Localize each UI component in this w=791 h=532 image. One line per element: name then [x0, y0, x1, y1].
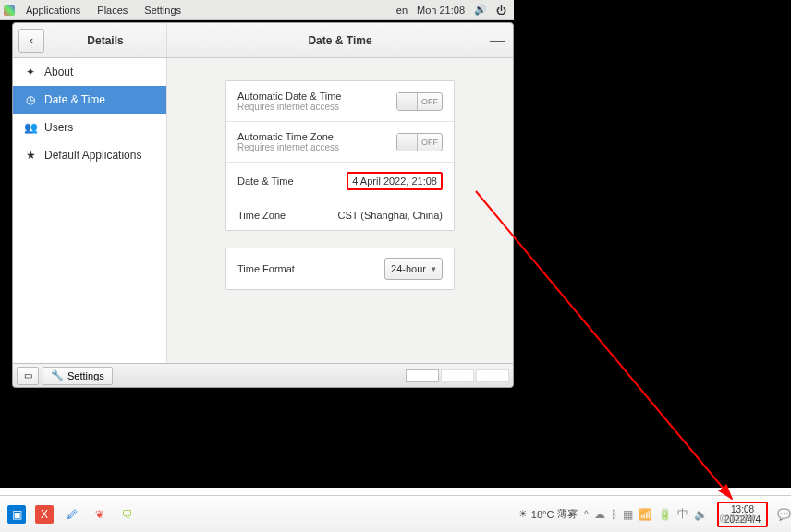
battery-icon[interactable]: 🔋 — [658, 508, 672, 521]
sidebar-item-default-apps[interactable]: ★ Default Applications — [13, 141, 166, 169]
chevron-up-icon[interactable]: ^ — [583, 508, 589, 521]
auto-time-zone-switch[interactable]: OFF — [396, 133, 443, 151]
distro-logo-icon — [4, 5, 15, 16]
row-label: Date & Time — [237, 175, 347, 187]
sidebar-item-label: About — [44, 66, 73, 79]
menu-applications[interactable]: Applications — [18, 2, 88, 18]
workspace-indicator[interactable] — [441, 369, 474, 382]
host-taskbar: ▣ X 🖉 ❦ 🗨 ☀ 18°C 薄雾 ^ ☁ ᛒ ▦ 📶 🔋 中 🔈 @lhg… — [0, 495, 791, 532]
sidebar-item-users[interactable]: 👥 Users — [13, 114, 166, 141]
left-pane-title: Details — [44, 34, 166, 47]
switch-knob — [397, 134, 418, 151]
window-titlebar: ‹ Details Date & Time — — [13, 23, 513, 58]
date-time-panel: Automatic Date & Time Requires internet … — [167, 58, 513, 363]
sidebar-item-date-time[interactable]: ◷ Date & Time — [13, 86, 166, 114]
watermark-text: @lhg19 — [719, 512, 754, 523]
minimize-button[interactable]: — — [487, 29, 507, 49]
row-time-zone[interactable]: Time Zone CST (Shanghai, China) — [226, 200, 454, 230]
sun-icon: ☀ — [518, 508, 528, 520]
app-icon[interactable]: ❦ — [91, 505, 109, 524]
time-zone-value: CST (Shanghai, China) — [337, 210, 443, 221]
clock-icon: ◷ — [24, 93, 37, 106]
row-label: Time Zone — [237, 210, 337, 221]
vmware-icon[interactable]: ▣ — [7, 505, 26, 524]
ime-icon[interactable]: 中 — [677, 506, 688, 522]
system-tray: ^ ☁ ᛒ ▦ 📶 🔋 中 🔈 @lhg19 13:08 2022/4/4 💬 — [583, 502, 791, 527]
row-date-time[interactable]: Date & Time 4 April 2022, 21:08 — [226, 163, 454, 200]
taskbar-app-label: Settings — [67, 370, 104, 381]
row-label: Time Format — [237, 263, 384, 274]
dropdown-value: 24-hour — [391, 263, 426, 274]
host-gap — [0, 488, 791, 495]
volume-icon[interactable]: 🔊 — [474, 4, 487, 16]
sidebar-item-label: Date & Time — [44, 93, 105, 106]
row-sublabel: Requires internet access — [237, 102, 396, 112]
gnome-topbar: Applications Places Settings en Mon 21:0… — [0, 0, 514, 20]
workspace-indicator[interactable] — [406, 369, 439, 382]
gnome-window-list-panel: ▭ 🔧 Settings — [13, 363, 513, 387]
clock-label[interactable]: Mon 21:08 — [417, 5, 465, 16]
show-desktop-button[interactable]: ▭ — [17, 367, 39, 385]
menu-settings[interactable]: Settings — [137, 2, 189, 18]
row-label: Automatic Date & Time — [237, 91, 396, 102]
details-sidebar: ✦ About ◷ Date & Time 👥 Users ★ Default … — [13, 58, 167, 363]
tray-icon[interactable]: ▦ — [623, 508, 633, 521]
wrench-icon: 🔧 — [51, 369, 64, 381]
input-language-indicator[interactable]: en — [396, 5, 408, 16]
notification-icon[interactable]: 💬 — [777, 508, 791, 521]
users-icon: 👥 — [24, 121, 37, 134]
weather-condition: 薄雾 — [557, 507, 578, 521]
row-sublabel: Requires internet access — [237, 142, 396, 152]
time-format-dropdown[interactable]: 24-hour — [384, 258, 443, 280]
power-icon[interactable]: ⏻ — [496, 5, 506, 16]
xshell-icon[interactable]: X — [35, 505, 54, 524]
row-time-format: Time Format 24-hour — [226, 248, 454, 289]
taskbar-app-settings[interactable]: 🔧 Settings — [43, 367, 113, 385]
onedrive-icon[interactable]: ☁ — [594, 508, 605, 521]
sidebar-item-about[interactable]: ✦ About — [13, 58, 166, 86]
workspace-indicator[interactable] — [476, 369, 509, 382]
auto-date-time-switch[interactable]: OFF — [396, 92, 443, 111]
settings-window: ‹ Details Date & Time — ✦ About ◷ Date &… — [12, 22, 514, 388]
right-pane-title: Date & Time — [167, 34, 513, 47]
back-button[interactable]: ‹ — [18, 29, 44, 53]
weather-widget[interactable]: ☀ 18°C 薄雾 — [518, 507, 584, 521]
sidebar-item-label: Default Applications — [44, 149, 141, 162]
weather-temp: 18°C — [531, 509, 554, 520]
volume-icon[interactable]: 🔈 — [694, 508, 708, 521]
app-icon[interactable]: 🗨 — [118, 505, 137, 524]
menu-places[interactable]: Places — [90, 2, 135, 18]
app-icon[interactable]: 🖉 — [63, 505, 81, 524]
row-auto-date-time[interactable]: Automatic Date & Time Requires internet … — [226, 81, 454, 122]
sidebar-item-label: Users — [44, 121, 73, 134]
row-label: Automatic Time Zone — [237, 131, 396, 142]
switch-state: OFF — [418, 138, 442, 147]
time-format-card: Time Format 24-hour — [225, 248, 455, 290]
date-time-card: Automatic Date & Time Requires internet … — [225, 80, 455, 231]
star-icon: ★ — [24, 149, 37, 162]
date-time-value: 4 April 2022, 21:08 — [347, 172, 443, 190]
switch-state: OFF — [418, 97, 442, 106]
row-auto-time-zone[interactable]: Automatic Time Zone Requires internet ac… — [226, 122, 454, 163]
switch-knob — [397, 93, 418, 110]
bluetooth-icon[interactable]: ᛒ — [611, 508, 617, 521]
about-icon: ✦ — [24, 66, 37, 79]
wifi-icon[interactable]: 📶 — [639, 508, 652, 521]
